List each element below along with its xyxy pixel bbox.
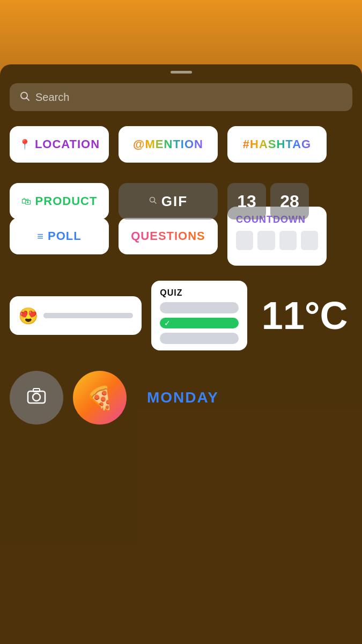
mention-label: @MENTION (133, 137, 203, 151)
sticker-row-4: 😍 QUIZ ✓ 11°C (10, 281, 352, 350)
sticker-emoji-slider[interactable]: 😍 (10, 296, 142, 335)
top-bar (0, 0, 362, 64)
poll-label: POLL (48, 229, 82, 243)
bottom-sheet: Search 📍 LOCATION @MENTION #HASHTAG 🛍 PR… (0, 64, 362, 644)
sticker-camera[interactable] (10, 371, 63, 425)
svg-line-3 (154, 202, 156, 204)
product-icon: 🛍 (21, 196, 31, 207)
countdown-block-1 (236, 231, 253, 250)
quiz-label: QUIZ (160, 288, 239, 298)
quiz-option-3 (160, 333, 239, 344)
time-block-hours: 13 (227, 183, 266, 219)
sticker-temperature[interactable]: 11°C (257, 296, 352, 335)
sticker-gif[interactable]: GIF (119, 183, 218, 219)
sticker-quiz[interactable]: QUIZ ✓ (151, 281, 247, 350)
search-input-placeholder: Search (35, 91, 69, 104)
sticker-row-1: 📍 LOCATION @MENTION #HASHTAG (10, 126, 352, 163)
time-block-minutes: 28 (270, 183, 309, 219)
location-label: LOCATION (35, 137, 100, 151)
sticker-location[interactable]: 📍 LOCATION (10, 126, 109, 163)
countdown-blocks (236, 231, 318, 250)
countdown-block-4 (301, 231, 318, 250)
sticker-food[interactable]: 🍕 (73, 371, 127, 425)
emoji-icon: 😍 (18, 306, 38, 325)
sticker-hashtag[interactable]: #HASHTAG (227, 126, 327, 163)
search-icon (19, 91, 30, 104)
sticker-row-2: 🛍 PRODUCT GIF 13 28 (10, 183, 352, 219)
gif-label: GIF (161, 193, 188, 210)
monday-label-container: MONDAY (136, 389, 219, 406)
handle-bar[interactable] (171, 71, 192, 74)
stickers-grid: 📍 LOCATION @MENTION #HASHTAG 🛍 PRODUCT (0, 126, 362, 425)
sticker-product[interactable]: 🛍 PRODUCT (10, 183, 109, 219)
location-icon: 📍 (19, 138, 31, 150)
sticker-mention[interactable]: @MENTION (119, 126, 218, 163)
product-label: PRODUCT (35, 194, 98, 208)
monday-label: MONDAY (147, 389, 219, 406)
time-hours: 13 (237, 192, 256, 211)
sticker-row-5: 🍕 MONDAY (10, 371, 352, 425)
hashtag-label: #HASHTAG (243, 137, 311, 151)
quiz-option-1 (160, 302, 239, 313)
sticker-time[interactable]: 13 28 (227, 183, 309, 219)
svg-line-1 (27, 98, 29, 100)
sticker-poll[interactable]: ≡ POLL (10, 218, 109, 254)
quiz-option-correct: ✓ (160, 318, 239, 329)
temperature-value: 11°C (262, 296, 348, 335)
questions-label: QUESTIONS (131, 229, 205, 243)
food-icon: 🍕 (86, 385, 114, 411)
emoji-slider-fill (43, 313, 70, 318)
emoji-slider-track[interactable] (43, 313, 133, 318)
sticker-questions[interactable]: QUESTIONS (119, 218, 218, 254)
svg-point-7 (33, 393, 40, 401)
quiz-check-icon: ✓ (164, 319, 171, 327)
gif-search-icon (149, 196, 157, 207)
camera-icon (26, 385, 47, 411)
svg-rect-8 (33, 389, 40, 392)
countdown-block-3 (279, 231, 297, 250)
countdown-block-2 (257, 231, 275, 250)
search-bar[interactable]: Search (10, 83, 352, 111)
poll-icon: ≡ (37, 230, 43, 243)
time-minutes: 28 (280, 192, 299, 211)
